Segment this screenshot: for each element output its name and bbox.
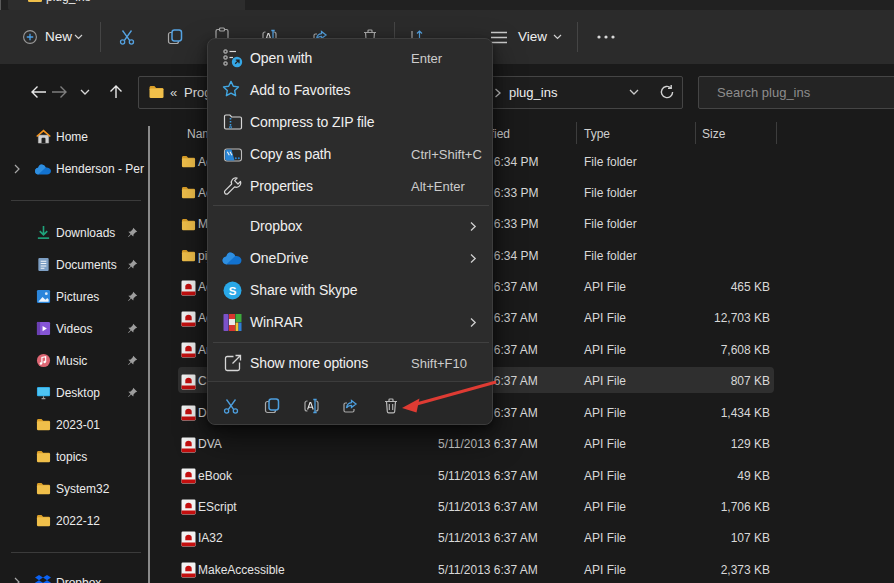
svg-text:S: S <box>229 285 237 297</box>
